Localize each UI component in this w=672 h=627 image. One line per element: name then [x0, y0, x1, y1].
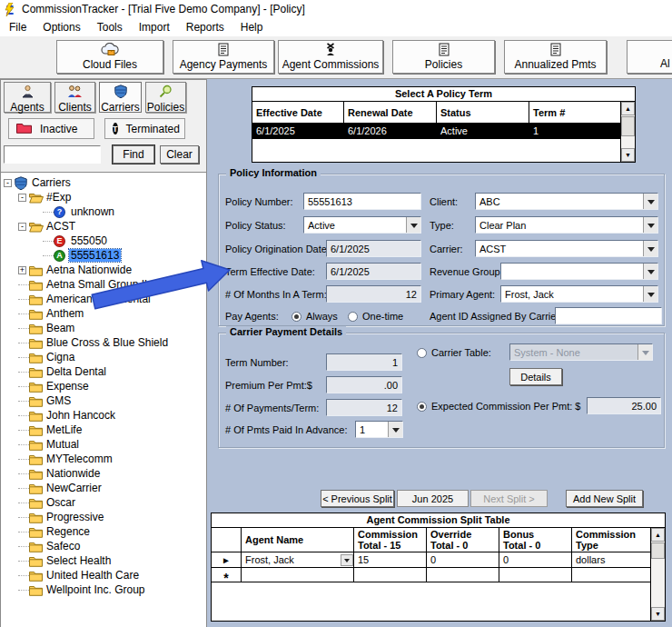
- carrier-table-dropdown[interactable]: System - None: [509, 343, 653, 361]
- policy-status-dropdown[interactable]: Active: [303, 216, 421, 234]
- tree-item[interactable]: Blue Cross & Blue Shield: [1, 335, 206, 350]
- commission-cell[interactable]: 15: [354, 552, 427, 568]
- menu-item[interactable]: Options: [35, 19, 88, 35]
- tree-item[interactable]: MYTelecomm: [1, 452, 206, 466]
- origination-date-field[interactable]: 6/1/2025: [326, 240, 421, 257]
- menu-item[interactable]: Help: [232, 19, 272, 35]
- months-in-term-field[interactable]: 12: [326, 285, 421, 303]
- pay-always-radio[interactable]: [292, 312, 301, 322]
- premium-field[interactable]: .00: [326, 376, 402, 393]
- tree-item[interactable]: Mutual: [1, 437, 206, 452]
- chevron-down-icon[interactable]: [637, 344, 652, 360]
- term-effective-date-field[interactable]: 6/1/2025: [326, 263, 421, 280]
- scrollbar-thumb[interactable]: [651, 542, 665, 559]
- previous-split-button[interactable]: < Previous Split: [321, 490, 394, 507]
- inactive-filter-button[interactable]: Inactive: [8, 118, 94, 139]
- chevron-down-icon[interactable]: [643, 264, 657, 279]
- policy-term-row[interactable]: 6/1/2025 6/1/2026 Active 1: [252, 124, 620, 139]
- chevron-down-icon[interactable]: [341, 554, 353, 566]
- tree-item[interactable]: Anthem: [1, 306, 206, 321]
- column-header[interactable]: Renewal Date: [344, 102, 437, 124]
- tree-item[interactable]: Nationwide: [1, 466, 206, 481]
- chevron-down-icon[interactable]: [643, 194, 657, 209]
- chevron-down-icon[interactable]: [643, 217, 657, 233]
- bonus-cell[interactable]: 0: [499, 552, 572, 568]
- split-table-new-row[interactable]: *: [212, 568, 650, 582]
- toolbar-button-partial[interactable]: Al: [627, 40, 672, 74]
- tree-item[interactable]: Regence: [1, 524, 206, 539]
- chevron-down-icon[interactable]: [643, 286, 657, 302]
- scroll-up-icon[interactable]: ▲: [651, 528, 665, 542]
- menu-item[interactable]: File: [1, 19, 35, 35]
- column-header[interactable]: BonusTotal - 0: [499, 528, 572, 552]
- payments-per-term-field[interactable]: 12: [326, 399, 402, 416]
- add-new-split-button[interactable]: Add New Split: [566, 490, 643, 507]
- override-cell[interactable]: 0: [427, 552, 499, 568]
- tree-item[interactable]: -ACST: [1, 219, 206, 234]
- agent-id-field[interactable]: [555, 307, 662, 324]
- policy-number-field[interactable]: 55551613: [303, 193, 421, 210]
- expand-icon[interactable]: +: [18, 266, 26, 274]
- tree-item[interactable]: John Hancock: [1, 408, 206, 423]
- empty-cell[interactable]: [427, 568, 499, 582]
- collapse-icon[interactable]: -: [4, 179, 12, 187]
- scroll-down-icon[interactable]: ▼: [621, 148, 635, 162]
- empty-cell[interactable]: [354, 568, 427, 582]
- tree-item[interactable]: MetLife: [1, 423, 206, 437]
- tab-carriers[interactable]: Carriers: [99, 82, 142, 113]
- tree-item[interactable]: Safeco: [1, 539, 206, 553]
- split-table-scrollbar[interactable]: ▲ ▼: [650, 528, 665, 621]
- menu-item[interactable]: Tools: [89, 19, 131, 35]
- menu-item[interactable]: Import: [131, 19, 178, 35]
- toolbar-button-agency-payments[interactable]: Agency Payments: [173, 40, 274, 74]
- tree-item[interactable]: United Health Care: [1, 568, 206, 582]
- find-button[interactable]: Find: [113, 145, 154, 164]
- toolbar-button-annualized-pmts[interactable]: Annualized Pmts: [504, 40, 607, 74]
- details-button[interactable]: Details: [509, 368, 562, 385]
- empty-cell[interactable]: [572, 568, 650, 582]
- tree-item[interactable]: Beam: [1, 321, 206, 335]
- empty-cell[interactable]: [499, 568, 572, 582]
- tab-policies[interactable]: Policies: [145, 82, 186, 113]
- tab-clients[interactable]: Clients: [54, 82, 95, 113]
- column-header[interactable]: CommissionType: [572, 528, 650, 552]
- tree-item[interactable]: GMS: [1, 393, 206, 408]
- tree-item[interactable]: Select Health: [1, 553, 206, 568]
- tree-item[interactable]: -#Exp: [1, 190, 206, 204]
- chevron-down-icon[interactable]: [388, 422, 402, 437]
- tree-item[interactable]: American Continental: [1, 292, 206, 306]
- chevron-down-icon[interactable]: [643, 241, 657, 256]
- column-header[interactable]: CommissionTotal - 15: [354, 528, 427, 552]
- column-header[interactable]: Effective Date: [252, 102, 344, 124]
- tab-agents[interactable]: Agents: [4, 82, 51, 113]
- scroll-down-icon[interactable]: ▼: [651, 607, 665, 621]
- toolbar-button-policies[interactable]: Policies: [392, 40, 495, 74]
- search-input[interactable]: [4, 145, 101, 164]
- term-number-field[interactable]: 1: [326, 353, 402, 371]
- split-table-row[interactable]: ► Frost, Jack 15 0 0 dollars: [212, 552, 650, 568]
- tree-item[interactable]: Delta Dental: [1, 364, 206, 379]
- collapse-icon[interactable]: -: [18, 194, 26, 202]
- expected-commission-field[interactable]: 25.00: [587, 397, 661, 414]
- empty-cell[interactable]: [242, 568, 354, 582]
- carrier-dropdown[interactable]: ACST: [475, 240, 658, 257]
- next-split-button[interactable]: Next Split >: [470, 490, 548, 507]
- tree-item[interactable]: -Carriers: [1, 175, 206, 190]
- collapse-icon[interactable]: -: [18, 223, 26, 231]
- commission-type-cell[interactable]: dollars: [572, 552, 650, 568]
- agent-name-cell[interactable]: Frost, Jack: [242, 552, 354, 568]
- carrier-table-radio[interactable]: [417, 348, 427, 358]
- revenue-group-dropdown[interactable]: [500, 263, 658, 280]
- tree-item[interactable]: Expense: [1, 379, 206, 393]
- current-split-button[interactable]: Jun 2025: [397, 490, 469, 507]
- tree-item[interactable]: NewCarrier: [1, 481, 206, 495]
- tree-item[interactable]: Cigna: [1, 350, 206, 364]
- column-header[interactable]: Status: [437, 102, 529, 124]
- tree-item[interactable]: +Aetna Nationwide: [1, 263, 206, 277]
- tree-item[interactable]: Wellpoint Inc. Group: [1, 582, 206, 597]
- tree-item[interactable]: E555050: [1, 234, 206, 248]
- tree-item[interactable]: Oscar: [1, 495, 206, 510]
- column-header[interactable]: Agent Name: [242, 528, 354, 552]
- pay-onetime-radio[interactable]: [348, 312, 358, 322]
- tree-item[interactable]: Progressive: [1, 510, 206, 524]
